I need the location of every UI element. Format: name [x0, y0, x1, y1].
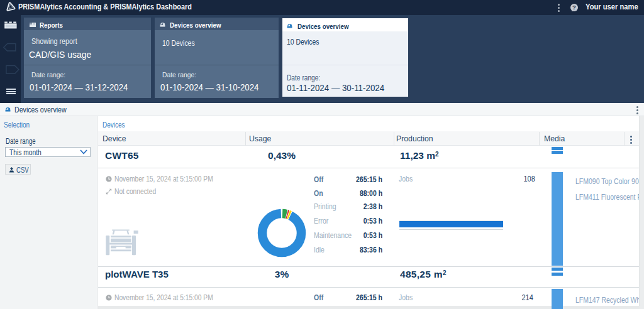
svg-text:?: ?: [572, 4, 576, 11]
